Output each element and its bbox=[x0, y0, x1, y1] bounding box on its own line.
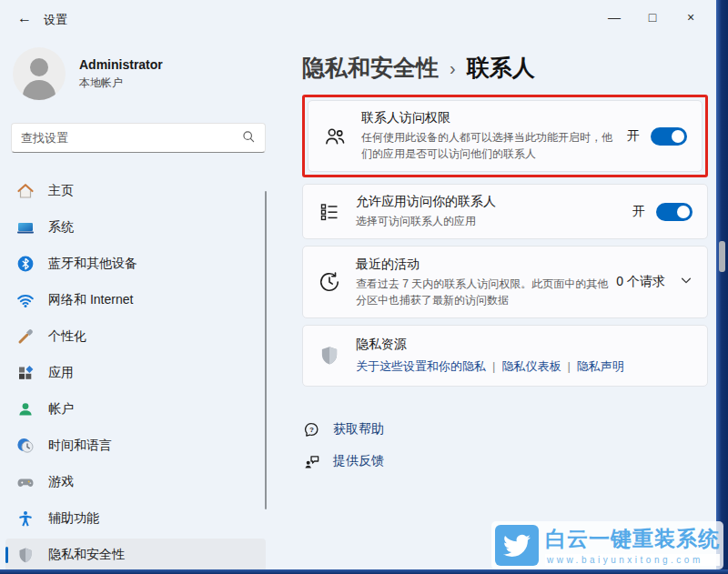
sidebar: Administrator 本地帐户 主页 系统 蓝牙和其他设备 bbox=[0, 36, 282, 574]
sidebar-item-system[interactable]: 系统 bbox=[5, 211, 266, 244]
apps-icon bbox=[16, 364, 35, 382]
close-button[interactable]: × bbox=[672, 4, 710, 31]
titlebar: ← 设置 — □ × bbox=[0, 0, 728, 36]
breadcrumb-chevron-icon: › bbox=[450, 56, 456, 79]
sidebar-scrollbar[interactable] bbox=[265, 191, 267, 509]
window-title: 设置 bbox=[44, 12, 67, 28]
card-description: 任何使用此设备的人都可以选择当此功能开启时，他们的应用是否可以访问他们的联系人 bbox=[361, 129, 620, 162]
watermark: 白云一键重装系统 www.baiyunxitong.com bbox=[491, 521, 723, 569]
avatar bbox=[13, 47, 66, 100]
card-description: 查看过去 7 天内的联系人访问权限。此页面中的其他分区中也捕获了最新的访问数据 bbox=[356, 276, 609, 308]
window-controls: — □ × bbox=[595, 4, 710, 31]
card-recent-activity[interactable]: 最近的活动 查看过去 7 天内的联系人访问权限。此页面中的其他分区中也捕获了最新… bbox=[302, 246, 708, 318]
sidebar-item-personalization[interactable]: 个性化 bbox=[5, 320, 266, 353]
search-input[interactable] bbox=[21, 131, 241, 145]
link-privacy-dashboard[interactable]: 隐私仪表板 bbox=[501, 359, 561, 373]
link-privacy-statement[interactable]: 隐私声明 bbox=[577, 359, 624, 373]
toggle-state-label: 开 bbox=[627, 128, 640, 145]
page-title: 联系人 bbox=[467, 53, 535, 83]
accounts-icon bbox=[16, 400, 35, 418]
minimize-button[interactable]: — bbox=[595, 4, 633, 31]
svg-text:?: ? bbox=[309, 425, 314, 433]
search-icon bbox=[241, 129, 256, 147]
card-allow-apps-access[interactable]: 允许应用访问你的联系人 选择可访问联系人的应用 开 bbox=[302, 184, 708, 239]
get-help-link[interactable]: ? 获取帮助 bbox=[302, 418, 708, 441]
footer-links: ? 获取帮助 提供反馈 bbox=[302, 418, 708, 473]
back-button[interactable]: ← bbox=[13, 6, 36, 30]
breadcrumb-parent[interactable]: 隐私和安全性 bbox=[302, 53, 439, 83]
personalization-icon bbox=[16, 327, 35, 346]
time-language-icon bbox=[16, 437, 35, 455]
network-icon bbox=[16, 291, 35, 309]
bluetooth-icon bbox=[16, 255, 35, 273]
sidebar-item-network[interactable]: 网络和 Internet bbox=[5, 284, 266, 317]
sidebar-nav: 主页 系统 蓝牙和其他设备 网络和 Internet 个性化 bbox=[5, 175, 266, 574]
user-account[interactable]: Administrator 本地帐户 bbox=[13, 47, 163, 100]
main-content: 隐私和安全性 › 联系人 联系人访问权限 任何使用此设备的人都可以选择当此功能开… bbox=[302, 36, 708, 481]
card-title: 隐私资源 bbox=[356, 337, 685, 353]
page-scrollbar-thumb[interactable] bbox=[719, 241, 725, 272]
twitter-bird-icon bbox=[495, 525, 539, 566]
sidebar-item-accessibility[interactable]: 辅助功能 bbox=[5, 502, 266, 535]
sidebar-item-bluetooth[interactable]: 蓝牙和其他设备 bbox=[5, 247, 266, 280]
maximize-button[interactable]: □ bbox=[633, 4, 672, 31]
accessibility-icon bbox=[16, 509, 35, 528]
link-about-settings-privacy[interactable]: 关于这些设置和你的隐私 bbox=[356, 359, 486, 373]
chevron-down-icon[interactable] bbox=[680, 274, 693, 290]
frame-border-bottom bbox=[0, 569, 728, 574]
card-title: 允许应用访问你的联系人 bbox=[356, 194, 625, 210]
system-icon bbox=[16, 218, 35, 237]
contact-access-toggle[interactable] bbox=[651, 127, 687, 146]
history-icon bbox=[318, 270, 341, 294]
sidebar-item-apps[interactable]: 应用 bbox=[5, 357, 266, 389]
user-account-type: 本地帐户 bbox=[79, 76, 163, 91]
get-help-icon: ? bbox=[302, 420, 320, 438]
privacy-links: 关于这些设置和你的隐私|隐私仪表板|隐私声明 bbox=[356, 358, 685, 375]
privacy-icon bbox=[16, 546, 35, 564]
allow-apps-toggle[interactable] bbox=[656, 203, 693, 221]
app-list-icon bbox=[318, 200, 341, 224]
user-name: Administrator bbox=[79, 57, 163, 72]
frame-border-right bbox=[716, 0, 728, 574]
shield-icon bbox=[318, 344, 341, 368]
gaming-icon bbox=[16, 473, 35, 491]
card-privacy-resources: 隐私资源 关于这些设置和你的隐私|隐私仪表板|隐私声明 bbox=[302, 325, 708, 387]
sidebar-item-time-language[interactable]: 时间和语言 bbox=[5, 429, 266, 462]
feedback-icon bbox=[302, 452, 320, 470]
watermark-title: 白云一键重装系统 bbox=[545, 525, 720, 553]
red-highlight-box: 联系人访问权限 任何使用此设备的人都可以选择当此功能开启时，他们的应用是否可以访… bbox=[302, 95, 708, 177]
breadcrumb: 隐私和安全性 › 联系人 bbox=[302, 53, 708, 83]
sidebar-item-gaming[interactable]: 游戏 bbox=[5, 466, 266, 498]
watermark-url: www.baiyunxitong.com bbox=[545, 554, 720, 566]
sidebar-item-home[interactable]: 主页 bbox=[5, 175, 266, 207]
home-icon bbox=[16, 182, 35, 200]
sidebar-item-privacy-security[interactable]: 隐私和安全性 bbox=[5, 539, 266, 571]
feedback-link[interactable]: 提供反馈 bbox=[302, 449, 708, 473]
toggle-state-label: 开 bbox=[632, 204, 645, 220]
card-title: 联系人访问权限 bbox=[361, 110, 620, 126]
card-contact-access-permission: 联系人访问权限 任何使用此设备的人都可以选择当此功能开启时，他们的应用是否可以访… bbox=[308, 100, 703, 172]
search-box[interactable] bbox=[11, 123, 266, 153]
request-count: 0 个请求 bbox=[616, 274, 665, 290]
card-description: 选择可访问联系人的应用 bbox=[356, 213, 625, 229]
sidebar-item-accounts[interactable]: 帐户 bbox=[5, 393, 266, 426]
contacts-icon bbox=[323, 125, 347, 148]
card-title: 最近的活动 bbox=[356, 257, 609, 273]
